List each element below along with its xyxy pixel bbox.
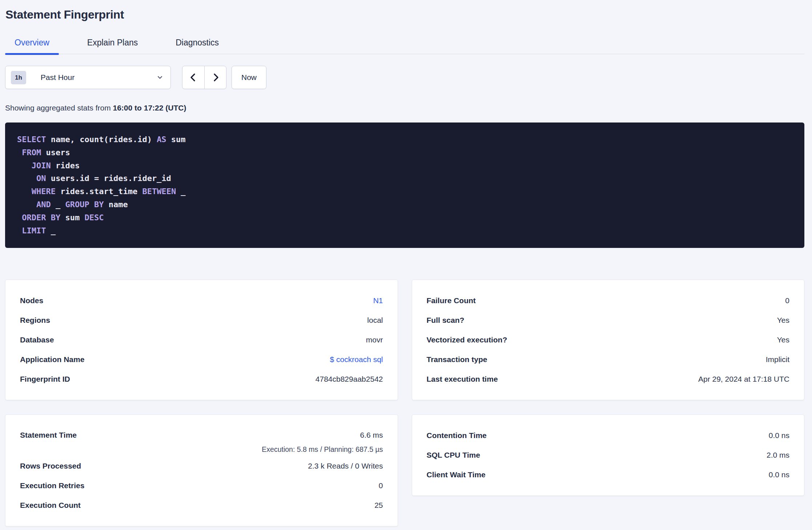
stat-row: Transaction typeImplicit (427, 350, 790, 369)
stat-value-block: 6.6 msExecution: 5.8 ms / Planning: 687.… (262, 426, 383, 454)
time-interval-select[interactable]: 1h Past Hour (5, 66, 171, 89)
stat-row: Statement Time6.6 msExecution: 5.8 ms / … (20, 426, 383, 456)
stat-value: local (367, 316, 383, 325)
stat-value: Apr 29, 2024 at 17:18 UTC (698, 375, 789, 384)
stat-value-block: 2.0 ms (767, 451, 789, 459)
stat-value-block: N1 (373, 296, 383, 305)
stat-value: 2.0 ms (767, 451, 789, 459)
stat-label: Regions (20, 316, 50, 325)
stat-value: Yes (777, 316, 789, 325)
stat-value-block: movr (366, 336, 383, 344)
stat-label: Vectorized execution? (427, 336, 507, 344)
stat-row: Databasemovr (20, 330, 383, 350)
stat-value-block: Yes (777, 336, 789, 344)
stat-row: Failure Count0 (427, 291, 790, 310)
stat-row: Execution Count25 (20, 495, 383, 515)
selected-range-label: Past Hour (41, 73, 157, 82)
stat-value: 25 (374, 501, 383, 510)
stat-label: Nodes (20, 296, 43, 305)
chevron-left-icon (189, 73, 198, 82)
stat-row: Client Wait Time0.0 ns (427, 465, 790, 485)
stat-label: Statement Time (20, 426, 77, 445)
nodes-link[interactable]: N1 (373, 296, 383, 305)
stat-value: Implicit (766, 355, 789, 364)
stat-value-block: 4784cb829aab2542 (315, 375, 383, 384)
aggregation-note-prefix: Showing aggregated stats from (5, 104, 113, 112)
stat-value: 0 (785, 296, 789, 305)
stat-label: Execution Count (20, 501, 81, 510)
stat-value-block: Implicit (766, 355, 789, 364)
stat-value: movr (366, 336, 383, 344)
stat-label: Contention Time (427, 431, 487, 440)
aggregation-note: Showing aggregated stats from 16:00 to 1… (5, 103, 804, 113)
tab-explain-plans[interactable]: Explain Plans (78, 37, 147, 54)
sql-line: SELECT name, count(rides.id) AS sum (17, 133, 791, 146)
stat-value: 0.0 ns (769, 431, 789, 440)
stat-row: NodesN1 (20, 291, 383, 310)
stat-value: 0.0 ns (769, 470, 789, 479)
interval-badge: 1h (11, 71, 26, 84)
tab-overview[interactable]: Overview (5, 37, 59, 54)
tab-bar: OverviewExplain PlansDiagnostics (5, 37, 804, 54)
stat-row: Fingerprint ID4784cb829aab2542 (20, 369, 383, 389)
stat-row: Application Name$ cockroach sql (20, 350, 383, 369)
prev-range-button[interactable] (182, 66, 204, 89)
chevron-right-icon (211, 73, 220, 82)
stat-value: Yes (777, 336, 789, 344)
stat-value: 0 (379, 481, 383, 490)
stat-row: Last execution timeApr 29, 2024 at 17:18… (427, 369, 790, 389)
next-range-button[interactable] (204, 66, 226, 89)
stat-value-block: 0.0 ns (769, 470, 789, 479)
execution-attributes-card: Failure Count0Full scan?YesVectorized ex… (412, 280, 805, 400)
stat-label: Fingerprint ID (20, 375, 70, 384)
stat-label: Execution Retries (20, 481, 84, 490)
stat-value-block: 2.3 k Reads / 0 Writes (308, 462, 383, 470)
application-name-link[interactable]: $ cockroach sql (330, 355, 383, 364)
summary-cards: NodesN1RegionslocalDatabasemovrApplicati… (5, 280, 804, 526)
stat-label: Client Wait Time (427, 470, 486, 479)
stat-value-block: 0 (379, 481, 383, 490)
stat-value-block: $ cockroach sql (330, 355, 383, 364)
stat-row: Full scan?Yes (427, 310, 790, 330)
execution-stats-card: Statement Time6.6 msExecution: 5.8 ms / … (5, 414, 398, 526)
stat-label: Last execution time (427, 375, 498, 384)
stat-label: Database (20, 336, 54, 344)
stat-value-block: Yes (777, 316, 789, 325)
stat-row: Contention Time0.0 ns (427, 426, 790, 445)
stat-label: Transaction type (427, 355, 487, 364)
stat-row: Rows Processed2.3 k Reads / 0 Writes (20, 456, 383, 476)
stat-label: Full scan? (427, 316, 465, 325)
stat-value: 6.6 ms (360, 426, 383, 445)
now-button[interactable]: Now (232, 66, 266, 89)
statement-fingerprint-page: Statement Fingerprint OverviewExplain Pl… (0, 0, 812, 526)
stat-label: SQL CPU Time (427, 451, 480, 459)
sql-line: ORDER BY sum DESC (17, 211, 791, 224)
stat-label: Failure Count (427, 296, 476, 305)
stat-row: Execution Retries0 (20, 476, 383, 495)
sql-line: WHERE rides.start_time BETWEEN _ (17, 185, 791, 198)
stat-value-block: Apr 29, 2024 at 17:18 UTC (698, 375, 789, 384)
chevron-down-icon (157, 74, 163, 81)
stat-row: SQL CPU Time2.0 ms (427, 445, 790, 465)
sql-line: AND _ GROUP BY name (17, 198, 791, 211)
stat-value-block: local (367, 316, 383, 325)
stat-value-block: 25 (374, 501, 383, 510)
time-range-pager (182, 66, 226, 89)
sql-line: JOIN rides (17, 159, 791, 172)
stat-value-block: 0 (785, 296, 789, 305)
stat-row: Vectorized execution?Yes (427, 330, 790, 350)
tab-diagnostics[interactable]: Diagnostics (166, 37, 228, 54)
sql-line: ON users.id = rides.rider_id (17, 172, 791, 185)
time-picker-controls: 1h Past Hour Now (5, 66, 804, 89)
sql-line: FROM users (17, 146, 791, 159)
sql-statement-box: SELECT name, count(rides.id) AS sum FROM… (5, 123, 804, 248)
wait-times-card: Contention Time0.0 nsSQL CPU Time2.0 msC… (412, 414, 805, 496)
stat-value: 4784cb829aab2542 (315, 375, 383, 384)
statement-details-card: NodesN1RegionslocalDatabasemovrApplicati… (5, 280, 398, 400)
stat-value: 2.3 k Reads / 0 Writes (308, 462, 383, 470)
stat-value-block: 0.0 ns (769, 431, 789, 440)
page-title: Statement Fingerprint (5, 7, 804, 22)
aggregation-range: 16:00 to 17:22 (UTC) (113, 104, 186, 112)
sql-line: LIMIT _ (17, 224, 791, 237)
stat-row: Regionslocal (20, 310, 383, 330)
